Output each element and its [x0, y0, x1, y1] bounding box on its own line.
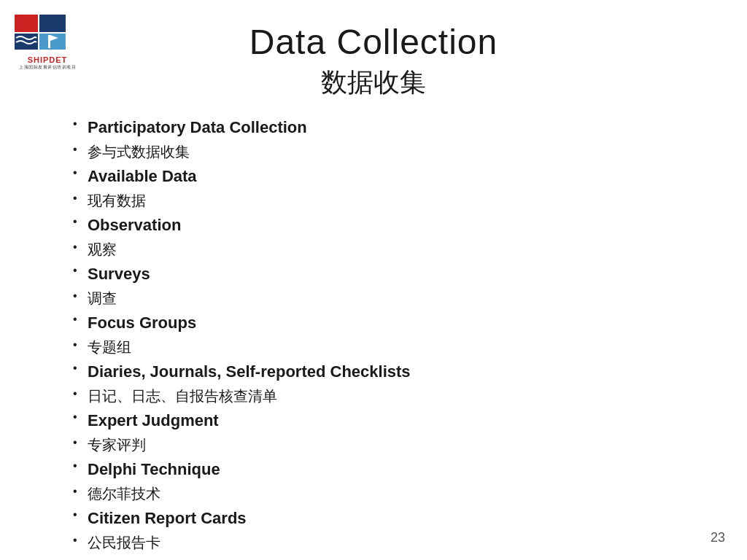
list-item-zh: 调查 — [73, 287, 703, 309]
svg-rect-4 — [48, 35, 50, 48]
svg-rect-0 — [15, 15, 38, 32]
item-chinese: 现有数据 — [88, 192, 146, 209]
list-item: Expert Judgment — [73, 408, 703, 432]
item-english: Delphi Technique — [88, 460, 220, 478]
item-english: Surveys — [88, 265, 150, 283]
list-item: Observation — [73, 213, 703, 237]
item-english: Citizen Report Cards — [88, 509, 247, 527]
list-item-zh: 现有数据 — [73, 190, 703, 211]
page-number: 23 — [711, 530, 725, 545]
title-english: Data Collection — [44, 22, 703, 62]
item-english: Observation — [88, 216, 181, 234]
list-item-zh: 专家评判 — [73, 434, 703, 456]
svg-rect-1 — [39, 15, 66, 32]
item-chinese: 专题组 — [88, 339, 131, 355]
item-english: Available Data — [88, 167, 197, 185]
item-chinese: 专家评判 — [88, 437, 146, 453]
list-item-zh: 德尔菲技术 — [73, 483, 703, 505]
list-item: Available Data — [73, 164, 703, 188]
list-item: Delphi Technique — [73, 457, 703, 481]
list-item-zh: 日记、日志、自报告核查清单 — [73, 385, 703, 407]
title-chinese: 数据收集 — [44, 65, 703, 101]
list-item: Diaries, Journals, Self-reported Checkli… — [73, 359, 703, 384]
item-english: Focus Groups — [88, 314, 196, 332]
slide: SHIPDET 上海国际发展评估培训项目 Data Collection 数据收… — [0, 0, 747, 560]
item-chinese: 德尔菲技术 — [88, 486, 160, 502]
logo-graphic — [15, 15, 66, 51]
list-item-zh: 参与式数据收集 — [73, 141, 703, 163]
list-item-zh: 公民报告卡 — [73, 532, 703, 553]
list-item: Surveys — [73, 262, 703, 286]
list-item-zh: 观察 — [73, 238, 703, 260]
content-list: Participatory Data Collection参与式数据收集Avai… — [73, 115, 703, 555]
logo-subtext: 上海国际发展评估培训项目 — [15, 64, 80, 71]
list-item: Participatory Data Collection — [73, 115, 703, 139]
item-chinese: 参与式数据收集 — [88, 144, 190, 160]
item-english: Diaries, Journals, Self-reported Checkli… — [88, 362, 411, 381]
logo: SHIPDET 上海国际发展评估培训项目 — [15, 15, 80, 69]
item-chinese: 调查 — [88, 290, 117, 306]
item-english: Participatory Data Collection — [88, 118, 307, 136]
list-item: Focus Groups — [73, 311, 703, 335]
item-chinese: 日记、日志、自报告核查清单 — [88, 388, 277, 404]
slide-header: Data Collection 数据收集 — [44, 22, 703, 101]
item-chinese: 公民报告卡 — [88, 534, 160, 551]
logo-name: SHIPDET — [15, 55, 80, 64]
item-chinese: 观察 — [88, 241, 117, 257]
list-item: Citizen Report Cards — [73, 506, 703, 530]
list-item-zh: 专题组 — [73, 336, 703, 358]
item-english: Expert Judgment — [88, 411, 219, 429]
